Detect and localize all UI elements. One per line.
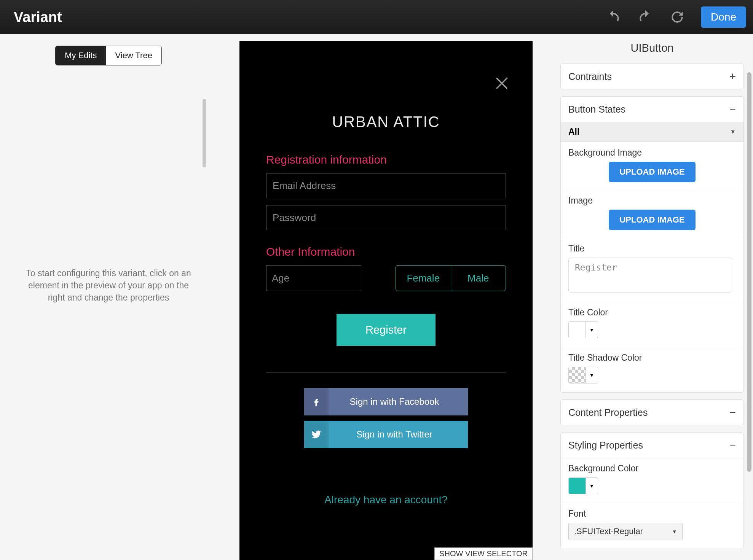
styling-properties-panel: Styling Properties − Background Color ▼ … <box>560 432 744 548</box>
chevron-down-icon: ▼ <box>672 529 677 535</box>
color-swatch-teal <box>569 478 585 494</box>
constraints-panel: Contraints + <box>560 64 744 89</box>
refresh-icon <box>669 9 686 25</box>
title-prop-label: Title <box>568 243 736 254</box>
gender-female[interactable]: Female <box>396 266 451 291</box>
inspector-panel: UIButton Contraints + Button States − Al… <box>555 34 753 555</box>
chevron-down-icon: ▼ <box>585 367 598 383</box>
title-shadow-color-row: Title Shadow Color ▼ <box>561 347 743 392</box>
bg-image-row: Background Image UPLOAD IMAGE <box>561 142 743 190</box>
tab-my-edits[interactable]: My Edits <box>56 46 106 65</box>
twitter-signin-button[interactable]: Sign in with Twitter <box>304 421 468 448</box>
color-swatch-transparent <box>569 367 585 383</box>
left-segmented-control: My Edits View Tree <box>55 46 162 65</box>
minus-icon: − <box>729 103 736 116</box>
app-title: URBAN ATTIC <box>239 113 533 130</box>
inspector-wrap: UIButton Contraints + Button States − Al… <box>555 34 753 560</box>
facebook-icon <box>304 388 329 415</box>
undo-icon <box>605 9 622 25</box>
inspector-element-title: UIButton <box>560 42 744 54</box>
title-color-row: Title Color ▼ <box>561 302 743 347</box>
title-row: Title <box>561 238 743 302</box>
upload-bg-image-button[interactable]: UPLOAD IMAGE <box>609 162 695 182</box>
already-have-account[interactable]: Already have an account? <box>239 494 533 506</box>
styling-properties-label: Styling Properties <box>568 440 643 451</box>
button-states-header[interactable]: Button States − <box>561 97 743 122</box>
title-shadow-label: Title Shadow Color <box>568 353 736 363</box>
register-button[interactable]: Register <box>337 314 436 346</box>
registration-section-label: Registration information <box>266 153 533 166</box>
constraints-label: Contraints <box>568 71 612 82</box>
state-selector[interactable]: All ▼ <box>561 122 743 142</box>
redo-icon <box>637 9 654 25</box>
toolbar-actions: Done <box>605 6 746 28</box>
preview-column: URBAN ATTIC Registration information Ema… <box>217 34 555 560</box>
scrollbar-indicator[interactable] <box>203 99 206 167</box>
workspace: My Edits View Tree To start configuring … <box>0 34 753 560</box>
title-color-label: Title Color <box>568 307 736 318</box>
chevron-down-icon: ▼ <box>730 129 736 135</box>
other-info-row: Age Female Male <box>266 265 506 291</box>
upload-image-button[interactable]: UPLOAD IMAGE <box>609 210 695 230</box>
twitter-icon <box>304 421 329 448</box>
font-selector[interactable]: .SFUIText-Regular ▼ <box>568 523 683 540</box>
email-field[interactable]: Email Address <box>266 173 506 198</box>
image-label: Image <box>568 196 736 206</box>
left-panel: My Edits View Tree To start configuring … <box>0 34 217 560</box>
minus-icon: − <box>729 406 736 419</box>
title-shadow-color-picker[interactable]: ▼ <box>568 367 598 383</box>
minus-icon: − <box>729 439 736 452</box>
gender-male[interactable]: Male <box>451 266 506 291</box>
other-section-label: Other Information <box>266 245 533 258</box>
facebook-signin-button[interactable]: Sign in with Facebook <box>304 388 468 415</box>
refresh-button[interactable] <box>669 9 686 25</box>
color-swatch-white <box>569 322 585 338</box>
phone-preview[interactable]: URBAN ATTIC Registration information Ema… <box>239 41 533 560</box>
title-color-picker[interactable]: ▼ <box>568 321 598 338</box>
close-button[interactable] <box>494 75 510 93</box>
styling-properties-header[interactable]: Styling Properties − <box>561 433 743 458</box>
top-toolbar: Variant Done <box>0 0 753 34</box>
image-row: Image UPLOAD IMAGE <box>561 190 743 238</box>
left-hint-text: To start configuring this variant, click… <box>0 267 217 304</box>
font-label: Font <box>568 509 736 519</box>
state-selected-value: All <box>568 127 579 137</box>
content-properties-header[interactable]: Content Properties − <box>561 400 743 425</box>
bg-color-picker[interactable]: ▼ <box>568 477 598 494</box>
close-icon <box>494 75 510 91</box>
divider <box>266 372 506 373</box>
chevron-down-icon: ▼ <box>585 322 598 338</box>
gender-segmented: Female Male <box>396 265 506 291</box>
button-states-label: Button States <box>568 104 625 115</box>
font-row: Font .SFUIText-Regular ▼ <box>561 503 743 548</box>
redo-button[interactable] <box>637 9 654 25</box>
age-field[interactable]: Age <box>266 265 361 291</box>
undo-button[interactable] <box>605 9 622 25</box>
password-field[interactable]: Password <box>266 205 506 230</box>
twitter-signin-label: Sign in with Twitter <box>329 429 468 440</box>
constraints-header[interactable]: Contraints + <box>561 64 743 89</box>
title-input[interactable] <box>568 258 732 293</box>
page-title: Variant <box>14 9 62 25</box>
content-properties-label: Content Properties <box>568 407 648 418</box>
font-value: .SFUIText-Regular <box>574 527 643 536</box>
facebook-signin-label: Sign in with Facebook <box>329 396 468 407</box>
content-properties-panel: Content Properties − <box>560 399 744 425</box>
plus-icon: + <box>729 70 736 83</box>
bg-color-row: Background Color ▼ <box>561 458 743 503</box>
chevron-down-icon: ▼ <box>585 478 598 494</box>
bg-image-label: Background Image <box>568 148 736 158</box>
button-states-panel: Button States − All ▼ Background Image U… <box>560 96 744 393</box>
tab-view-tree[interactable]: View Tree <box>106 46 161 65</box>
scrollbar-indicator[interactable] <box>747 72 751 472</box>
show-view-selector-button[interactable]: SHOW VIEW SELECTOR <box>434 547 533 560</box>
done-button[interactable]: Done <box>701 6 746 28</box>
bg-color-label: Background Color <box>568 463 736 474</box>
